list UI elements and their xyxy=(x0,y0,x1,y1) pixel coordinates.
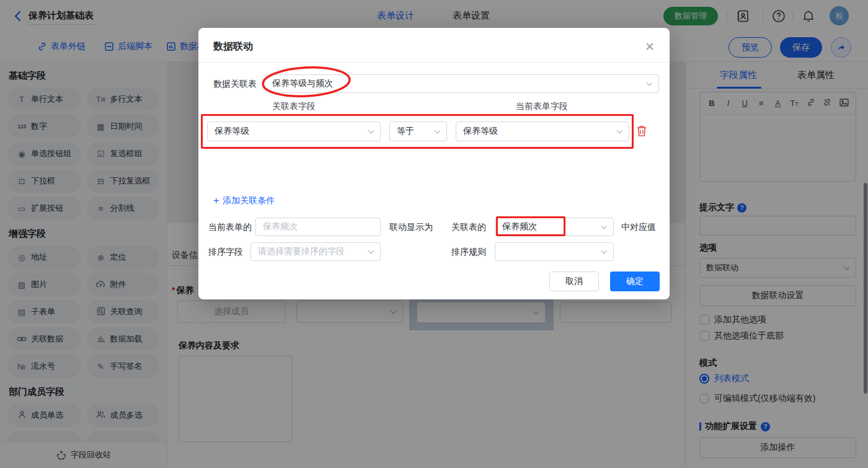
link-table-select[interactable]: 保养等级与频次 xyxy=(265,74,659,93)
cancel-button[interactable]: 取消 xyxy=(549,272,599,291)
chevron-down-icon xyxy=(601,223,608,229)
corresponding-value-label: 中对应值 xyxy=(621,222,656,233)
current-field-input[interactable]: 保养频次 xyxy=(255,218,381,236)
linked-table-label: 关联表的 xyxy=(451,222,486,233)
plus-icon: + xyxy=(213,195,219,206)
delete-condition-button[interactable] xyxy=(636,125,649,138)
link-table-label: 数据关联表 xyxy=(213,79,257,90)
sort-rule-label: 排序规则 xyxy=(451,247,486,258)
chevron-down-icon xyxy=(601,248,608,254)
display-as-label: 联动显示为 xyxy=(389,222,433,233)
confirm-button[interactable]: 确定 xyxy=(610,272,660,291)
close-icon[interactable]: ✕ xyxy=(642,39,657,54)
column-header-linked-field: 关联表字段 xyxy=(272,101,316,112)
chevron-down-icon xyxy=(435,128,441,134)
sort-rule-select[interactable] xyxy=(495,242,614,261)
modal-title: 数据联动 xyxy=(213,40,253,53)
chevron-down-icon xyxy=(368,128,374,134)
condition-operator-select[interactable]: 等于 xyxy=(389,121,447,141)
sort-field-select[interactable]: 请选择需要排序的字段 xyxy=(250,242,381,261)
current-form-prefix-label: 当前表单的 xyxy=(208,222,252,233)
linked-display-field-select[interactable]: 保养频次 xyxy=(495,218,614,236)
column-header-current-field: 当前表单字段 xyxy=(516,101,568,112)
trash-icon xyxy=(636,125,647,137)
sort-field-label: 排序字段 xyxy=(208,247,243,258)
chevron-down-icon xyxy=(368,248,374,254)
chevron-down-icon xyxy=(617,128,623,134)
modal-divider xyxy=(198,62,670,63)
condition-current-field-select[interactable]: 保养等级 xyxy=(456,121,629,141)
app-root: 保养计划基础表 表单设计 表单设置 数据管理 检 表单外链 后端脚本 数据权限 xyxy=(0,0,868,468)
data-linkage-modal: 数据联动 ✕ 数据关联表 保养等级与频次 关联表字段 当前表单字段 保养等级 等… xyxy=(198,28,670,299)
condition-linked-field-select[interactable]: 保养等级 xyxy=(207,121,381,141)
add-condition-link[interactable]: + 添加关联条件 xyxy=(213,195,275,206)
chevron-down-icon xyxy=(647,80,653,86)
